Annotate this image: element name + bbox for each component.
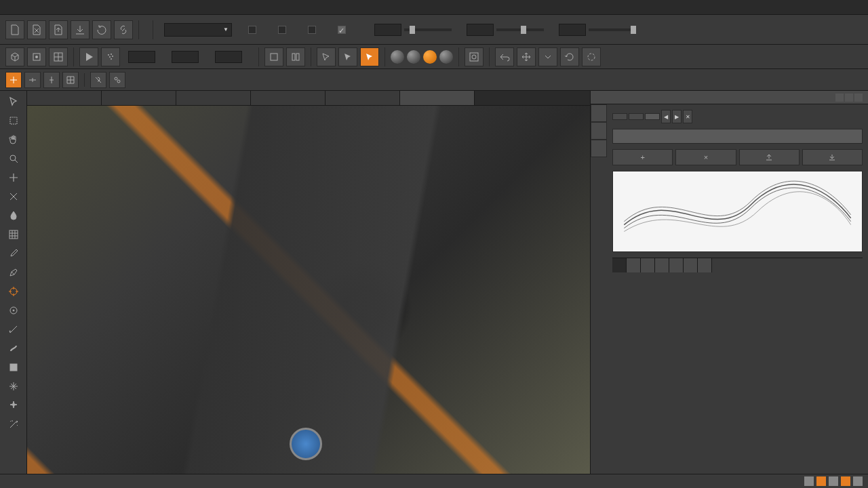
opacity-field[interactable] (467, 24, 494, 36)
side-tab-shelves[interactable] (591, 122, 607, 140)
move-button[interactable] (517, 47, 536, 66)
mode-btn-4[interactable] (62, 72, 79, 88)
btab-selection[interactable] (698, 258, 712, 272)
btab-channels[interactable] (641, 258, 655, 272)
brush-tab-brads[interactable] (612, 113, 627, 120)
mode-btn-1[interactable] (5, 72, 22, 88)
cube-wireframe-button[interactable] (5, 47, 24, 66)
status-icon-5[interactable] (853, 476, 863, 486)
material-sphere-3[interactable] (423, 50, 437, 64)
undo-button[interactable] (495, 47, 514, 66)
tabs-prev-icon[interactable]: ◀ (661, 110, 671, 123)
panel-max-icon[interactable] (845, 94, 853, 102)
refresh-button[interactable] (92, 20, 111, 39)
mode-btn-6[interactable] (109, 72, 125, 88)
frame-button[interactable] (465, 47, 484, 66)
export-shelf-button[interactable] (802, 149, 863, 165)
rotate-button[interactable] (560, 47, 579, 66)
view1-button[interactable] (264, 47, 283, 66)
opacity-slider[interactable] (496, 28, 544, 31)
remove-shelf-button[interactable]: × (675, 149, 736, 165)
grid-tool[interactable] (5, 226, 22, 243)
import-shelf-button[interactable] (739, 149, 800, 165)
flow-slider[interactable] (589, 28, 636, 31)
marquee-tool[interactable] (5, 113, 22, 129)
drop-tool[interactable] (5, 207, 22, 224)
smudge-tool[interactable] (5, 340, 22, 357)
add-shelf-button[interactable]: + (612, 149, 673, 165)
status-icon-2[interactable] (816, 476, 826, 486)
brush-tab-project[interactable] (645, 113, 660, 120)
view2-button[interactable] (286, 47, 305, 66)
tabs-next-icon[interactable]: ▶ (672, 110, 682, 123)
brush-tool[interactable] (5, 245, 22, 262)
hand-tool[interactable] (5, 131, 22, 148)
btab-projection[interactable] (669, 258, 684, 272)
new-file-button[interactable] (5, 20, 24, 39)
tab-projects[interactable] (102, 91, 176, 105)
status-icon-4[interactable] (841, 476, 850, 486)
mode-btn-3[interactable] (43, 72, 60, 88)
brush-tab-ps[interactable] (629, 113, 644, 120)
status-icon-1[interactable] (804, 476, 814, 486)
import-button[interactable] (71, 20, 90, 39)
panel-min-icon[interactable] (835, 94, 844, 102)
far-field[interactable] (172, 51, 199, 63)
material-sphere-1[interactable] (391, 50, 404, 64)
near-field[interactable] (128, 51, 155, 63)
knife-tool[interactable] (5, 321, 22, 338)
chevron-down-button[interactable] (538, 47, 557, 66)
loop-button[interactable] (582, 47, 601, 66)
status-icon-3[interactable] (829, 476, 838, 486)
tab-perspective[interactable] (326, 91, 400, 105)
cursor3-button[interactable] (360, 47, 379, 66)
tabs-close-icon[interactable]: ✕ (683, 110, 692, 123)
spray-button[interactable] (101, 47, 120, 66)
crossed-tool[interactable] (5, 188, 22, 205)
pointer-tool[interactable] (5, 94, 22, 110)
flow-field[interactable] (559, 24, 586, 36)
mode-btn-2[interactable] (24, 72, 41, 88)
material-sphere-4[interactable] (439, 50, 453, 64)
material-sphere-2[interactable] (407, 50, 420, 64)
zoom-tool[interactable] (5, 150, 22, 167)
cursor2-button[interactable] (338, 47, 357, 66)
delete-file-button[interactable] (27, 20, 46, 39)
tab-ortho-uv[interactable] (251, 91, 326, 105)
snap-button[interactable] (27, 47, 46, 66)
link-button[interactable] (114, 20, 133, 39)
radius-checkbox[interactable] (308, 26, 316, 34)
alpha-checkbox[interactable] (278, 26, 286, 34)
painting-mode-combo[interactable] (164, 23, 232, 37)
grid-button[interactable] (49, 47, 68, 66)
tab-ortho[interactable] (400, 91, 475, 105)
viewport[interactable] (27, 106, 590, 474)
pen-tool[interactable] (5, 264, 22, 281)
wand-tool[interactable] (5, 416, 22, 432)
flow-checkbox[interactable]: ✓ (338, 26, 346, 34)
tab-forums[interactable] (27, 91, 102, 105)
radius-slider[interactable] (404, 28, 452, 31)
side-tab-presets[interactable] (591, 140, 607, 157)
burst-tool[interactable] (5, 378, 22, 394)
circle-tool[interactable] (5, 302, 22, 319)
fov-field[interactable] (215, 51, 242, 63)
star-tool[interactable] (5, 397, 22, 413)
side-tab-properties[interactable] (591, 104, 607, 122)
tab-uv[interactable] (176, 91, 251, 105)
shape-tool[interactable] (5, 359, 22, 375)
colors-checkbox[interactable] (248, 26, 256, 34)
btab-colors[interactable] (655, 258, 669, 272)
mode-btn-5[interactable] (90, 72, 106, 88)
cursor1-button[interactable] (317, 47, 336, 66)
btab-shaders[interactable] (627, 258, 641, 272)
btab-brush-editor[interactable] (612, 258, 627, 272)
panel-body: ◀ ▶ ✕ + × (591, 104, 868, 474)
btab-painting[interactable] (684, 258, 698, 272)
open-file-button[interactable] (49, 20, 68, 39)
radius-field[interactable] (374, 24, 401, 36)
panel-close-icon[interactable] (854, 94, 863, 102)
target-tool[interactable] (5, 283, 22, 300)
play-button[interactable] (79, 47, 98, 66)
move-tool[interactable] (5, 169, 22, 186)
